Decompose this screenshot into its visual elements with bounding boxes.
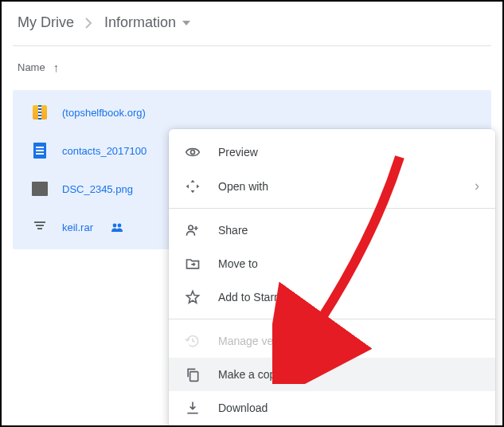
archive-icon	[32, 219, 48, 235]
menu-item-open-with[interactable]: Open with ›	[169, 169, 495, 203]
menu-item-make-copy[interactable]: Make a copy	[169, 358, 495, 391]
menu-label: Share	[218, 224, 248, 237]
svg-point-3	[189, 225, 193, 229]
file-name: (topshelfbook.org)	[62, 107, 146, 119]
chevron-right-icon	[85, 18, 93, 29]
open-with-icon	[185, 178, 201, 194]
eye-icon	[185, 144, 201, 160]
breadcrumb-root[interactable]: My Drive	[18, 14, 74, 31]
menu-item-preview[interactable]: Preview	[169, 135, 495, 169]
file-name: DSC_2345.png	[62, 183, 133, 195]
menu-label: Open with	[218, 180, 268, 193]
file-row[interactable]: (topshelfbook.org)	[13, 93, 491, 131]
file-name: contacts_2017100	[62, 145, 147, 157]
menu-item-download[interactable]: Download	[169, 391, 495, 425]
shared-icon	[111, 222, 125, 232]
copy-icon	[185, 366, 201, 382]
breadcrumb-current-label: Information	[104, 14, 176, 31]
download-icon	[185, 400, 201, 416]
menu-label: Move to	[218, 257, 258, 270]
column-header-name[interactable]: Name ↑	[13, 46, 491, 85]
folder-move-icon	[185, 256, 201, 272]
menu-item-add-starred[interactable]: Add to Starred	[169, 280, 495, 314]
sort-arrow-up-icon: ↑	[53, 61, 60, 74]
dropdown-caret-icon	[182, 21, 190, 25]
svg-rect-4	[190, 372, 198, 382]
history-icon	[185, 333, 201, 349]
chevron-right-icon: ›	[475, 178, 479, 194]
svg-point-0	[113, 224, 117, 228]
menu-separator	[169, 208, 495, 209]
menu-label: Preview	[218, 146, 258, 159]
share-person-icon	[185, 222, 201, 238]
breadcrumb: My Drive Information	[13, 13, 491, 46]
zip-icon	[32, 104, 48, 120]
menu-item-manage-versions: Manage versions	[169, 324, 495, 358]
svg-point-1	[118, 224, 122, 228]
image-thumbnail-icon	[32, 181, 48, 197]
document-icon	[32, 143, 48, 159]
menu-item-share[interactable]: Share	[169, 214, 495, 247]
menu-label: Make a copy	[218, 368, 281, 381]
column-header-label: Name	[18, 61, 45, 73]
file-name: keil.rar	[62, 221, 93, 233]
star-icon	[185, 289, 201, 305]
menu-label: Add to Starred	[218, 291, 290, 304]
context-menu: Preview Open with › Share Move to Add to…	[169, 129, 495, 427]
svg-point-2	[191, 151, 195, 155]
menu-label: Manage versions	[218, 335, 303, 347]
menu-item-move-to[interactable]: Move to	[169, 247, 495, 280]
menu-label: Download	[218, 402, 268, 414]
menu-separator	[169, 319, 495, 319]
breadcrumb-current[interactable]: Information	[104, 14, 190, 31]
